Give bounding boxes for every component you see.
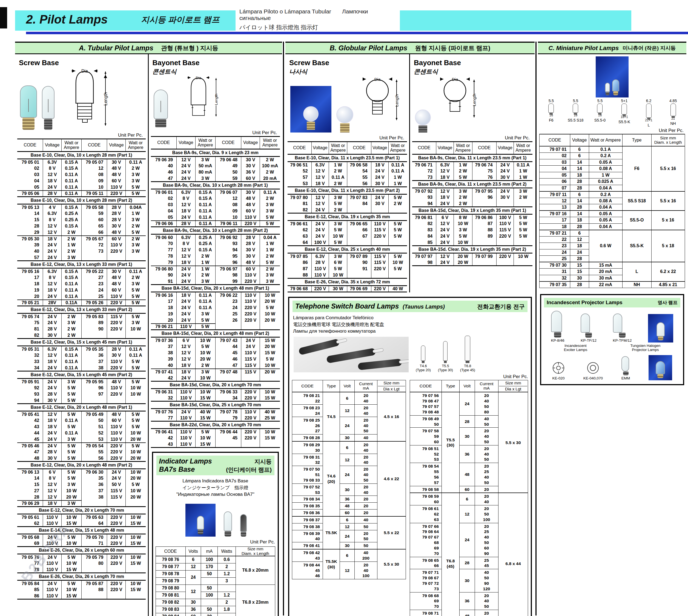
current-cell: 2040100	[354, 562, 377, 579]
watt-cell: 0.11 A	[126, 268, 146, 274]
column-header: Voltage	[241, 137, 260, 149]
voltage-cell: 8 V	[43, 217, 62, 223]
watt-cell: 2 W	[260, 157, 280, 163]
voltage-cell: 24 V	[43, 443, 62, 449]
watt-cell: 0.15 A	[195, 189, 215, 196]
watt-cell: 100 mA	[260, 163, 280, 169]
watt-cell: 5 W	[260, 305, 280, 311]
voltage-cell: 18 V	[43, 287, 62, 293]
voltage-cell	[241, 324, 260, 330]
code-cell: 38	[151, 350, 177, 356]
table-row: 64100 V5 W	[287, 240, 407, 246]
bayonet-base-photos: Dia Length	[151, 76, 280, 130]
watt-cell: 22 mA	[589, 282, 622, 288]
watt-cell: 10 W	[260, 311, 280, 317]
voltage-cell: 12 V	[177, 202, 195, 208]
voltage-cell: 18 V	[43, 424, 62, 430]
watt-cell: 0.2 A	[589, 153, 622, 159]
table-row: 79 08 2930T4.6(20)620404.6 x 22	[292, 441, 406, 454]
table-row: 79 05 6824 V5 W79 05 70220 V10 W	[17, 534, 146, 541]
indicator-lamps-box: Indicator Lamps지시등 BA7s Base(인디케이터 램프) L…	[152, 452, 279, 616]
watt-cell: 0.2 A	[589, 191, 622, 198]
globular-screw-table: CODEVoltageWatt or AmpereCODEVoltageWatt…	[287, 141, 407, 292]
watt-cell: 10 W	[195, 435, 215, 441]
voltage-cell: 12 V	[43, 229, 62, 236]
code-cell: 46	[215, 356, 241, 362]
lamp-type-drawing: T6.8(Type 45)	[460, 336, 475, 372]
page-header: 2. Pilot Lamps 지시등 파이로트 램프 Lámpara Pilot…	[15, 10, 631, 31]
volt-cell: 12	[340, 523, 355, 530]
watt-cell: 0.15 A	[195, 247, 215, 253]
bayonet-base-heading: Bayonet Base	[153, 59, 280, 67]
watt-cell: 40 W	[388, 286, 407, 292]
code-cell: 97	[81, 391, 107, 398]
tubular-bulb-photo	[42, 86, 55, 130]
code-cell: 79 07 7179 08 6779 07 7273	[410, 569, 442, 592]
type-cell: NH	[622, 282, 651, 288]
ma-cell: 100	[201, 592, 218, 599]
watt-cell: 0.6 W	[589, 230, 622, 262]
telephone-translations: Lámparas para Conmutador Telefónico 電話交換…	[289, 314, 531, 334]
code-cell: 86	[287, 260, 311, 266]
watt-cell: 5 W	[62, 424, 82, 430]
voltage-cell: 6.3V	[43, 211, 62, 217]
tubular-bulb-photo	[20, 85, 37, 130]
code-cell: 84	[412, 233, 436, 240]
table-row: 62110 V15 W64220 V15 W	[17, 521, 146, 527]
voltage-cell: 220 V	[241, 305, 260, 311]
size-cell: 5.5 x 16	[651, 191, 685, 211]
table-row: 79 08 7661000.6T6.8 x 20mm	[155, 556, 275, 563]
voltage-cell: 28 V	[241, 234, 260, 241]
code-cell: 84	[347, 201, 371, 207]
table-row: 158 V0.25 A6028 V3 W	[17, 217, 146, 223]
table-row: 5712 V0.11 A5524 V1 W	[287, 174, 407, 181]
voltage-cell: 110 V	[241, 272, 260, 279]
volts-cell: 24	[186, 570, 201, 585]
voltage-cell: 110 V	[177, 435, 195, 441]
code-cell: 69	[17, 541, 43, 547]
volt-cell: 60	[340, 509, 355, 516]
indicator-lamps-header: Indicator Lamps지시등 BA7s Base(인디케이터 램프)	[156, 456, 275, 475]
voltage-cell: 50 V	[107, 482, 126, 488]
table-row: 148 V5 W3524 V20 W	[17, 475, 146, 482]
table-row: 178 V0.15 A2748 V2 W	[17, 274, 146, 281]
voltage-cell: 8 V	[43, 475, 62, 482]
voltage-cell: 60 V	[241, 266, 260, 272]
current-cell: 204050	[354, 417, 377, 434]
column-header: Type	[323, 380, 340, 392]
table-row: 4224 V10 W	[151, 375, 280, 381]
column-header: CurrentmA	[475, 380, 498, 392]
table-row: 4724 V3 W5960 V20 mA	[151, 175, 280, 182]
projector-lamp-drawing: KP-TF/12	[581, 313, 597, 343]
code-cell: 79 06 44	[215, 429, 241, 435]
telephone-table-left: CODETypeVoltCurrentmASize mmDia x Lgt79 …	[292, 380, 406, 579]
table-row: 028 V0.15 A1248 V2 W	[17, 166, 146, 172]
watt-cell: 5 W	[514, 227, 533, 233]
voltage-cell: 220 V	[107, 300, 126, 306]
code-cell: 66	[347, 227, 371, 233]
table-header-row: CODEVoltageWatt or AmpereCODEVoltageWatt…	[17, 139, 146, 152]
voltage-cell: 24 V	[436, 233, 454, 240]
small-bulb	[612, 80, 619, 95]
code-cell: 79 07 41	[151, 369, 177, 375]
table-header-row: CODETypeVoltCurrentmASize mmDia x Lgt	[410, 380, 528, 392]
code-cell	[347, 240, 371, 246]
column-header: Size mmDiam. x Length	[236, 547, 275, 556]
voltage-cell: 18 V	[43, 236, 62, 242]
code-cell: 79 07 78	[215, 409, 241, 415]
code-cell: 79 05 67	[81, 236, 107, 242]
code-cell: 37	[81, 359, 107, 365]
watt-cell: 2 W	[514, 194, 533, 201]
base-caption: Base BA-22d, Clear, Dia, 20 x Length 70 …	[151, 421, 280, 429]
voltage-cell: 6 V	[43, 469, 62, 475]
voltage-cell: 18 V	[43, 359, 62, 365]
voltage-cell: 6 V	[436, 214, 454, 221]
watt-cell: 3 W	[126, 248, 146, 255]
bayonet-base-heading: Bayonet Base	[414, 59, 533, 67]
watt-cell: 3 W	[329, 194, 347, 201]
code-cell: 02	[17, 166, 43, 172]
code-cell: 39	[17, 242, 43, 248]
voltage-cell: 110 V	[241, 299, 260, 305]
code-cell: 79	[215, 415, 241, 421]
base-caption: Base E-12, Clear, Dia, 15 x Length 45 mm…	[17, 371, 146, 379]
